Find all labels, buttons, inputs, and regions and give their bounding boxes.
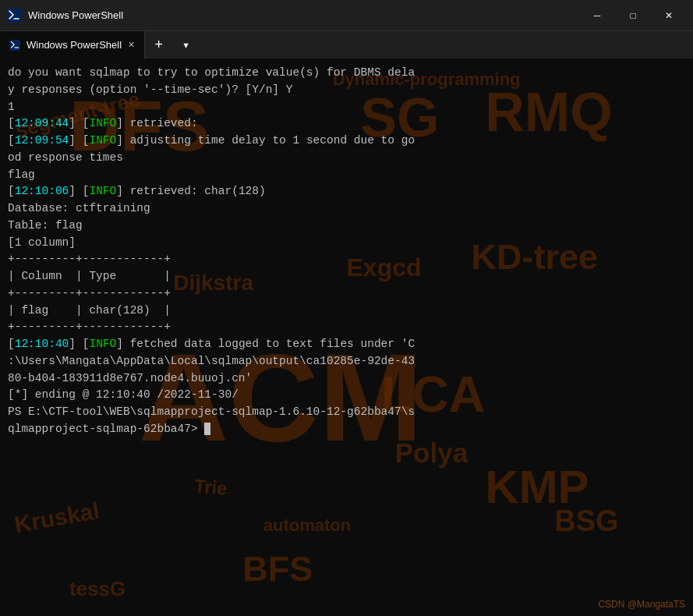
window-title: Windows PowerShell bbox=[28, 9, 579, 21]
terminal-line: +---------+------------+ bbox=[8, 319, 685, 336]
csdn-watermark: CSDN @MangataTS bbox=[598, 599, 685, 610]
terminal-line: PS E:\CTF-tool\WEB\sqlmapproject-sqlmap-… bbox=[8, 404, 685, 421]
terminal-line: +---------+------------+ bbox=[8, 251, 685, 268]
new-tab-button[interactable]: + bbox=[145, 31, 172, 58]
terminal-line: +---------+------------+ bbox=[8, 285, 685, 303]
terminal-content[interactable]: do you want sqlmap to try to optimize va… bbox=[0, 58, 693, 616]
powershell-window: Windows PowerShell ─ □ ✕ Windows PowerSh… bbox=[0, 0, 693, 616]
terminal-line: [*] ending @ 12:10:40 /2022-11-30/ bbox=[8, 387, 685, 404]
terminal-line: qlmapproject-sqlmap-62bba47> bbox=[8, 421, 685, 438]
terminal-line: 80-b404-183911d8e767.node4.buuoj.cn' bbox=[8, 370, 685, 388]
terminal-area[interactable]: segment-treeDFSSGDynamic-programmingRMQD… bbox=[0, 58, 693, 616]
close-button[interactable]: ✕ bbox=[651, 0, 687, 31]
tab-dropdown-button[interactable]: ▾ bbox=[172, 31, 200, 58]
terminal-line: [12:10:06] [INFO] retrieved: char(128) bbox=[8, 183, 685, 200]
cursor bbox=[204, 423, 210, 435]
terminal-line: [1 column] bbox=[8, 235, 685, 252]
titlebar: Windows PowerShell ─ □ ✕ bbox=[0, 0, 693, 31]
tab-icon bbox=[9, 40, 20, 51]
tab-powershell[interactable]: Windows PowerShell ✕ bbox=[0, 31, 145, 58]
terminal-line: od response times bbox=[8, 150, 685, 167]
terminal-line: 1 bbox=[8, 99, 685, 116]
terminal-line: :\Users\Mangata\AppData\Local\sqlmap\out… bbox=[8, 353, 685, 370]
terminal-line: [12:10:40] [INFO] fetched data logged to… bbox=[8, 336, 685, 353]
app-icon bbox=[6, 8, 22, 23]
terminal-line: | flag | char(128) | bbox=[8, 303, 685, 320]
tab-label: Windows PowerShell bbox=[27, 39, 122, 51]
terminal-line: [12:09:54] [INFO] adjusting time delay t… bbox=[8, 133, 685, 150]
window-controls: ─ □ ✕ bbox=[579, 0, 687, 31]
terminal-line: flag bbox=[8, 167, 685, 184]
tab-bar: Windows PowerShell ✕ + ▾ bbox=[0, 31, 693, 58]
tab-close-button[interactable]: ✕ bbox=[128, 40, 135, 50]
terminal-line: Table: flag bbox=[8, 218, 685, 235]
terminal-line: | Column | Type | bbox=[8, 268, 685, 285]
terminal-line: Database: ctftraining bbox=[8, 200, 685, 218]
minimize-button[interactable]: ─ bbox=[579, 0, 615, 31]
terminal-line: [12:09:44] [INFO] retrieved: bbox=[8, 115, 685, 133]
terminal-line: y responses (option '--time-sec')? [Y/n]… bbox=[8, 82, 685, 99]
terminal-line: do you want sqlmap to try to optimize va… bbox=[8, 65, 685, 82]
maximize-button[interactable]: □ bbox=[615, 0, 651, 31]
